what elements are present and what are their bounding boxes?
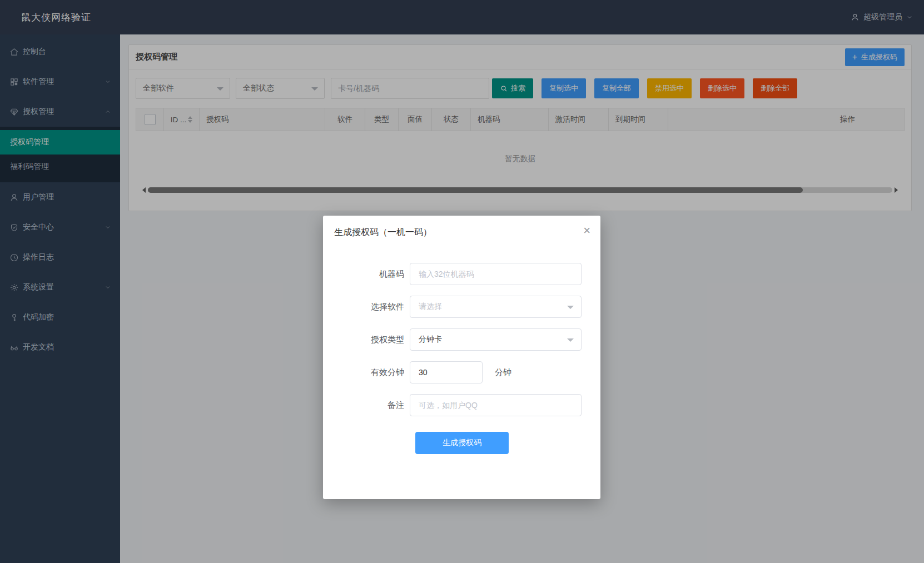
software-label: 选择软件: [323, 302, 410, 312]
remark-field[interactable]: [410, 394, 582, 416]
modal-generate-button[interactable]: 生成授权码: [415, 432, 509, 454]
caret-down-icon: [567, 306, 574, 309]
close-icon[interactable]: ×: [583, 225, 590, 237]
generate-code-modal: 生成授权码（一机一码） × 机器码 选择软件 请选择 授权类型 分钟卡 有效分钟…: [323, 216, 600, 499]
machine-code-field[interactable]: [410, 263, 582, 285]
remark-label: 备注: [323, 400, 410, 411]
minutes-suffix: 分钟: [495, 367, 511, 378]
modal-title: 生成授权码（一机一码）: [334, 227, 589, 238]
software-select[interactable]: 请选择: [410, 296, 582, 318]
caret-down-icon: [567, 338, 574, 342]
auth-type-label: 授权类型: [323, 335, 410, 345]
machine-code-label: 机器码: [323, 269, 410, 280]
auth-type-select[interactable]: 分钟卡: [410, 328, 582, 351]
valid-minutes-label: 有效分钟: [323, 367, 410, 378]
valid-minutes-field[interactable]: [410, 361, 483, 383]
